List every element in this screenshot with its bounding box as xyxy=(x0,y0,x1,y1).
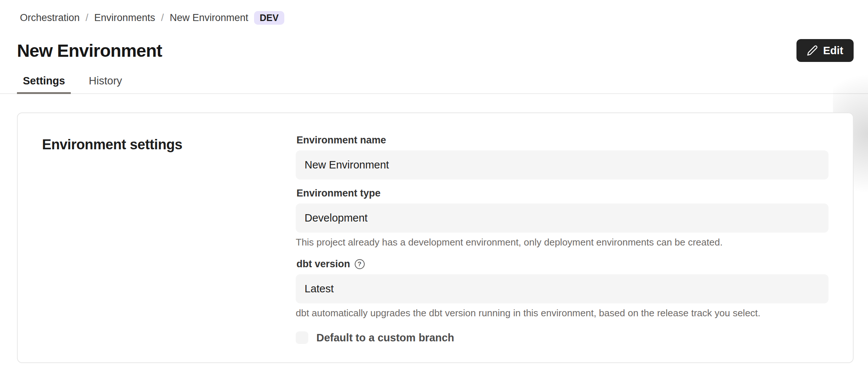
environment-settings-card: Environment settings Environment name Ne… xyxy=(17,112,854,363)
breadcrumb-separator: / xyxy=(161,12,164,24)
environment-name-input[interactable]: New Environment xyxy=(296,150,829,180)
tab-history[interactable]: History xyxy=(83,75,128,92)
environment-name-label-text: Environment name xyxy=(296,135,386,146)
dbt-version-label-text: dbt version xyxy=(296,258,350,270)
dbt-version-select[interactable]: Latest xyxy=(296,274,829,303)
tab-settings[interactable]: Settings xyxy=(17,75,71,94)
tab-bar: Settings History xyxy=(0,75,868,94)
breadcrumb: Orchestration / Environments / New Envir… xyxy=(20,11,284,25)
dbt-version-helper-text: dbt automatically upgrades the dbt versi… xyxy=(296,307,829,319)
page-title: New Environment xyxy=(17,41,162,61)
custom-branch-row: Default to a custom branch xyxy=(296,331,829,344)
page-header: New Environment Edit xyxy=(17,39,854,62)
environment-type-helper-text: This project already has a development e… xyxy=(296,236,829,248)
pencil-icon xyxy=(807,45,818,56)
field-group-dbt-version: dbt version ? Latest dbt automatically u… xyxy=(296,258,829,319)
field-group-environment-name: Environment name New Environment xyxy=(296,135,829,180)
card-form-column: Environment name New Environment Environ… xyxy=(296,113,853,362)
edit-button-label: Edit xyxy=(823,45,843,57)
dev-badge: DEV xyxy=(254,11,284,25)
environment-type-label: Environment type xyxy=(296,188,829,199)
environment-type-label-text: Environment type xyxy=(296,188,381,199)
breadcrumb-item-environments[interactable]: Environments xyxy=(94,12,155,24)
breadcrumb-separator: / xyxy=(86,12,88,24)
custom-branch-label: Default to a custom branch xyxy=(316,332,454,344)
dbt-version-label: dbt version ? xyxy=(296,258,829,270)
field-group-environment-type: Environment type Development This projec… xyxy=(296,188,829,248)
breadcrumb-item-current: New Environment xyxy=(170,12,248,24)
custom-branch-checkbox[interactable] xyxy=(296,331,308,344)
help-icon[interactable]: ? xyxy=(355,259,365,269)
card-heading-column: Environment settings xyxy=(18,113,296,362)
edit-button[interactable]: Edit xyxy=(796,39,854,62)
card-heading: Environment settings xyxy=(42,137,296,153)
environment-type-select[interactable]: Development xyxy=(296,203,829,233)
environment-name-label: Environment name xyxy=(296,135,829,146)
breadcrumb-item-orchestration[interactable]: Orchestration xyxy=(20,12,80,24)
